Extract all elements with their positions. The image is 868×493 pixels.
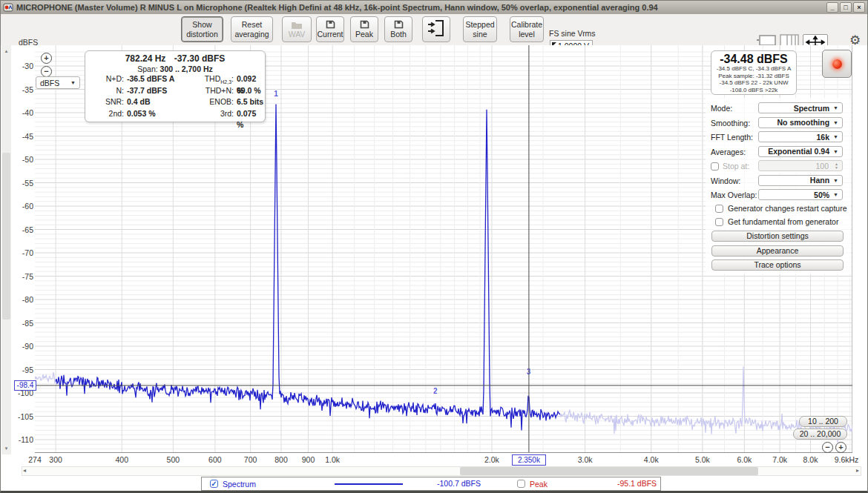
- spectrum-legend-label: Spectrum: [223, 480, 256, 489]
- show-distortion-button[interactable]: Show distortion: [181, 16, 223, 42]
- x-tick-label: 1.0k: [325, 455, 340, 464]
- x-tick-label: 4.0k: [644, 455, 659, 464]
- spectrum-line-sample: [335, 483, 403, 485]
- app-icon: [3, 2, 13, 13]
- fundamental-from-generator-label: Get fundamental from generator: [728, 217, 838, 226]
- cursor-y-value[interactable]: -98.4: [14, 380, 36, 391]
- x-tick-label: 6.0k: [737, 455, 752, 464]
- range-20-20000-button[interactable]: 20 .. 20,000: [793, 429, 847, 440]
- x-tick-label: 9.6kHz: [835, 455, 859, 464]
- spectrum-legend-item: ✓ Spectrum: [210, 477, 256, 490]
- close-button[interactable]: ×: [853, 2, 865, 13]
- smoothing-dropdown[interactable]: No smoothing▼: [758, 117, 843, 128]
- fundamental-level: -37.30 dBFS: [174, 53, 226, 64]
- fft-length-dropdown[interactable]: 16k▼: [758, 131, 843, 142]
- import-arrows-icon: [427, 19, 446, 39]
- level-sub-line: -34.5 dBFS C, -34.3 dBFS A: [711, 65, 796, 73]
- peak-checkbox[interactable]: [517, 480, 525, 488]
- x-tick-label: 700: [244, 455, 257, 464]
- readout-row: 2nd: 0.053 % 3rd: 0.075 %: [85, 108, 265, 120]
- x-tick-label: 2.0k: [484, 455, 499, 464]
- x-tick-label: 900: [302, 455, 315, 464]
- chevron-down-icon: ▼: [70, 80, 76, 85]
- x-tick-label: 5.0k: [695, 455, 710, 464]
- title-bar: MICROPHONE (Master Volume) R MINUS L on …: [1, 1, 867, 14]
- generator-restart-checkbox[interactable]: [715, 205, 723, 213]
- save-current-button[interactable]: Current: [316, 16, 344, 42]
- x-tick-label: 3.0k: [578, 455, 593, 464]
- scroll-down-icon[interactable]: ▾: [1, 446, 11, 451]
- save-wav-button[interactable]: WAV: [282, 16, 312, 42]
- appearance-button[interactable]: Appearance: [711, 245, 844, 257]
- x-tick-label: 300: [49, 455, 62, 464]
- maximize-button[interactable]: □: [840, 2, 852, 13]
- horizontal-scrollbar[interactable]: [22, 466, 861, 476]
- mode-dropdown[interactable]: Spectrum▼: [758, 102, 843, 113]
- x-tick-label: 400: [115, 455, 128, 464]
- fundamental-readout: 782.24 Hz -37.30 dBFS: [85, 53, 265, 64]
- y-unit-dropdown-value: dBFS: [40, 79, 59, 87]
- cursor-x-value[interactable]: 2.350k: [512, 454, 546, 466]
- scroll-left-icon[interactable]: ◂: [23, 467, 26, 474]
- record-icon: [832, 59, 842, 69]
- level-sub-line: -34.5 dBFS 22 - 22k UNW: [711, 79, 796, 87]
- stop-at-input[interactable]: 100 ▲▼: [758, 160, 843, 171]
- max-overlap-dropdown[interactable]: 50%▼: [758, 189, 843, 200]
- stepped-sine-button[interactable]: Stepped sine: [463, 16, 497, 42]
- window-title: MICROPHONE (Master Volume) R MINUS L on …: [16, 3, 823, 12]
- level-readout-box: -34.48 dBFS -34.5 dBFS C, -34.3 dBFS A P…: [711, 50, 797, 95]
- scroll-right-icon[interactable]: ▸: [856, 467, 859, 474]
- folder-icon: [291, 19, 303, 30]
- fundamental-frequency: 782.24 Hz: [125, 53, 166, 64]
- minimize-button[interactable]: _: [826, 2, 838, 13]
- spinner-icon[interactable]: ▲▼: [835, 162, 838, 170]
- x-tick-label: 600: [208, 455, 222, 464]
- peak-legend-item: Peak: [517, 477, 548, 490]
- vertical-scrollbar[interactable]: ▴ ▾: [1, 45, 11, 454]
- chevron-down-icon: ▼: [833, 134, 838, 139]
- window-controls: _ □ ×: [826, 2, 865, 13]
- peak-cursor-value: -95.1 dBFS: [617, 477, 657, 490]
- averages-dropdown[interactable]: Exponential 0.94▼: [758, 146, 843, 157]
- toolbar: Show distortion Reset averaging WAV Curr…: [1, 14, 867, 45]
- window-fn-dropdown[interactable]: Hann▼: [758, 175, 843, 186]
- zoom-out-x-button[interactable]: −: [822, 442, 833, 453]
- scroll-up-icon[interactable]: ▴: [1, 48, 11, 54]
- import-signal-button[interactable]: [422, 16, 450, 42]
- x-tick-label: 7.0k: [772, 455, 787, 464]
- chevron-down-icon: ▼: [833, 178, 838, 183]
- spectrum-cursor-value: -100.7 dBFS: [437, 477, 481, 490]
- chevron-down-icon: ▼: [833, 192, 838, 197]
- zoom-out-y-button[interactable]: −: [41, 66, 52, 77]
- chevron-down-icon: ▼: [833, 105, 838, 110]
- save-icon: [394, 19, 404, 30]
- horizontal-scrollbar-thumb[interactable]: [460, 467, 758, 475]
- level-sub-line: -108.0 dBFS >22k: [711, 87, 796, 94]
- save-peak-button[interactable]: Peak: [350, 16, 378, 42]
- x-tick-label: 500: [167, 455, 180, 464]
- record-button[interactable]: [822, 50, 852, 78]
- trace-options-button[interactable]: Trace options: [711, 259, 844, 271]
- level-sub-line: Peak sample: -31.32 dBFS: [711, 73, 796, 80]
- save-icon: [360, 19, 369, 30]
- readout-row: SNR: 0.4 dB ENOB: 6.5 bits: [85, 96, 265, 108]
- vertical-scrollbar-thumb[interactable]: [2, 153, 10, 320]
- distortion-readout-box: 782.24 Hz -37.30 dBFS Span: 300 .. 2,700…: [85, 50, 266, 122]
- zoom-in-x-button[interactable]: +: [835, 442, 846, 453]
- fundamental-from-generator-checkbox[interactable]: [715, 218, 723, 226]
- distortion-settings-button[interactable]: Distortion settings: [711, 231, 844, 242]
- spectrum-checkbox[interactable]: ✓: [210, 480, 218, 488]
- y-unit-dropdown[interactable]: dBFS ▼: [36, 76, 80, 89]
- save-both-button[interactable]: Both: [384, 16, 412, 42]
- zoom-in-y-button[interactable]: +: [41, 53, 52, 64]
- stop-at-checkbox[interactable]: [711, 162, 719, 171]
- chevron-down-icon: ▼: [833, 120, 838, 125]
- x-tick-label: 8.0k: [803, 455, 818, 464]
- spectrum-trace: [56, 105, 560, 431]
- range-10-200-button[interactable]: 10 .. 200: [799, 416, 847, 427]
- reset-averaging-button[interactable]: Reset averaging: [231, 16, 273, 42]
- trace-legend: ✓ Spectrum -100.7 dBFS Peak -95.1 dBFS: [201, 477, 661, 491]
- calibrate-level-button[interactable]: Calibrate level: [510, 16, 544, 42]
- harmonic-marker-1: 1: [274, 90, 278, 98]
- app-window: MICROPHONE (Master Volume) R MINUS L on …: [0, 0, 868, 493]
